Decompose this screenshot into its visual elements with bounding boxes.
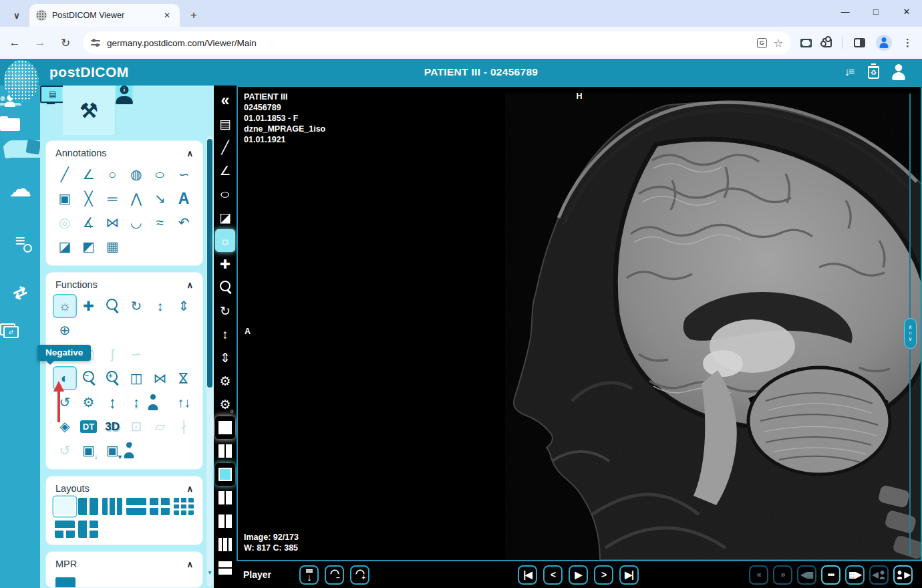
close-button[interactable]: ✕	[891, 0, 922, 23]
spline-icon[interactable]: ≈	[148, 210, 172, 235]
window-settings-icon[interactable]: ⚙☼	[215, 393, 235, 416]
rotate-icon[interactable]: ↻	[215, 299, 235, 322]
rotate-settings-icon[interactable]: ⚙	[77, 390, 101, 414]
sidebar-item-sync[interactable]: ⇄	[0, 271, 40, 314]
image-viewport[interactable]: PATIENT III 02456789 01.01.1853 - F dzne…	[237, 86, 922, 561]
layout-1-left-2-right[interactable]	[78, 521, 98, 538]
side-panel-icon[interactable]	[854, 38, 865, 47]
sort-order-icon[interactable]: ↑↓	[172, 390, 196, 414]
collapse-mpr-icon[interactable]: ∧	[186, 559, 193, 569]
bone-removal-icon[interactable]: ʃ	[100, 342, 124, 366]
open-angle-icon[interactable]: ∡	[77, 210, 101, 235]
stack-scroll-icon[interactable]: ⇕	[172, 294, 196, 318]
report-view-icon[interactable]: ▤	[215, 112, 235, 135]
collapse-layouts-icon[interactable]: ∧	[186, 484, 193, 494]
sidebar-item-cloud-upload[interactable]: ☁↑	[0, 167, 40, 210]
new-tab-button[interactable]: +	[185, 7, 202, 24]
layout-2x2[interactable]	[150, 498, 170, 515]
profile-avatar[interactable]	[876, 35, 892, 51]
screenshot-icon[interactable]	[800, 39, 812, 47]
layout-2x2-icon[interactable]	[215, 486, 235, 509]
skew-icon[interactable]: ▱	[148, 414, 172, 438]
pan-icon[interactable]: ✚	[77, 294, 101, 318]
panel-scrollbar[interactable]: ▾	[206, 136, 213, 587]
address-bar[interactable]: germany.postdicom.com/Viewer/Main G ☆	[83, 31, 791, 54]
closed-freehand-icon[interactable]: ◡	[124, 210, 148, 235]
bookmark-star-icon[interactable]: ☆	[774, 37, 783, 49]
previous-image-button[interactable]: <	[543, 565, 563, 585]
last-image-button[interactable]: ▶|	[619, 565, 639, 585]
collapse-annotations-icon[interactable]: ∧	[186, 148, 193, 158]
back-button[interactable]: ←	[4, 32, 25, 53]
shaded-circle-roi-icon[interactable]: ◍	[124, 162, 148, 186]
circle-roi-icon[interactable]: ○	[100, 162, 124, 186]
layout-1-left-2-right-icon[interactable]	[215, 510, 235, 533]
patient-unknown-icon[interactable]: ?	[124, 438, 134, 462]
scrollbar-thumb[interactable]	[207, 139, 212, 388]
more-options-button[interactable]: •••	[821, 565, 840, 585]
save-image-icon[interactable]: ▣▾	[100, 438, 124, 462]
layout-1x3[interactable]	[102, 498, 122, 515]
layout-1x2[interactable]	[78, 498, 98, 515]
active-viewport-icon[interactable]	[215, 463, 235, 486]
ellipse-roi-icon[interactable]: ○	[215, 182, 235, 205]
mirror-horizontal-icon[interactable]: ⋈	[148, 366, 172, 390]
ellipse-roi-icon[interactable]: ○	[148, 162, 172, 186]
download-queue-icon[interactable]: ↓≡	[844, 66, 853, 78]
pan-icon[interactable]: ✚	[215, 253, 235, 275]
rectangle-roi-icon[interactable]: ▣	[53, 186, 77, 210]
rotate-icon[interactable]: ↻	[124, 294, 148, 318]
sidebar-item-worklist-search[interactable]: ≡	[0, 219, 40, 262]
minimize-button[interactable]: —	[830, 0, 861, 23]
tab-viewer-settings[interactable]	[40, 86, 63, 104]
forward-button[interactable]: →	[29, 32, 51, 53]
cobb-angle-icon[interactable]: ⋈	[100, 210, 124, 235]
scroll-vertical-icon[interactable]: ↕	[215, 323, 235, 345]
extensions-icon[interactable]	[822, 38, 832, 47]
probe-icon[interactable]: ◎	[53, 210, 77, 235]
speed-up-button[interactable]: ◠+	[350, 565, 369, 585]
repair-icon[interactable]: ∤	[172, 414, 196, 438]
maximize-button[interactable]: □	[861, 0, 891, 23]
layout-1-top-2-bottom[interactable]	[55, 521, 75, 538]
collapse-panel-icon[interactable]: «	[215, 89, 235, 112]
angle-icon[interactable]: ∠	[215, 159, 235, 182]
next-layout-button[interactable]: ▦▶	[845, 565, 865, 585]
freehand-roi-icon[interactable]: ∽	[172, 162, 196, 186]
tab-tools[interactable]: ⚒	[63, 86, 116, 135]
translate-icon[interactable]: G	[757, 38, 767, 48]
reload-button[interactable]: ↻	[55, 32, 76, 53]
tab-patient-info[interactable]: i	[116, 86, 134, 104]
shrink-vertical-icon[interactable]: ↨	[124, 390, 148, 414]
localizer-icon[interactable]: ⊕	[53, 318, 77, 342]
previous-series-button[interactable]: «	[749, 565, 768, 585]
tab-close-icon[interactable]: ✕	[161, 9, 173, 21]
scroll-down-icon[interactable]: ▾	[206, 569, 213, 576]
ruler-icon[interactable]: ╱	[215, 136, 235, 158]
erase-annotation-icon[interactable]: ◪	[53, 235, 77, 259]
recycle-bin-icon[interactable]: ♻	[868, 66, 879, 79]
cross-ruler-icon[interactable]: ╳	[77, 186, 101, 210]
first-image-button[interactable]: |◀	[518, 565, 537, 585]
freehand-crop-icon[interactable]: ∽	[124, 342, 148, 366]
zoom-icon[interactable]	[100, 294, 124, 318]
scroll-vertical-icon[interactable]: ↕	[148, 294, 172, 318]
sidebar-item-share-screen[interactable]	[0, 323, 19, 338]
sidebar-item-studies[interactable]	[4, 140, 40, 158]
chrome-menu-icon[interactable]: ⋮	[903, 37, 913, 49]
play-button[interactable]: ▶	[569, 565, 588, 585]
flip-horizontal-icon[interactable]: ◫	[124, 366, 148, 390]
browser-tab[interactable]: PostDICOM Viewer ✕	[29, 4, 180, 27]
layout-3x3[interactable]	[174, 498, 194, 515]
angle-icon[interactable]: ∠	[77, 162, 101, 186]
erase-all-annotations-icon[interactable]: ◩	[77, 235, 101, 259]
layout-2x1-icon[interactable]	[215, 557, 235, 579]
layout-2x1[interactable]	[126, 498, 146, 515]
zoom-icon[interactable]	[215, 276, 235, 299]
speed-down-button[interactable]: ◠−	[325, 565, 344, 585]
layout-1x2-icon[interactable]	[215, 440, 235, 462]
layout-1x1[interactable]	[55, 498, 75, 515]
zoom-out-icon[interactable]: −	[77, 366, 101, 390]
save-annotations-icon[interactable]: ▦	[100, 235, 124, 259]
cine-mode-button[interactable]: ↓	[299, 565, 319, 585]
